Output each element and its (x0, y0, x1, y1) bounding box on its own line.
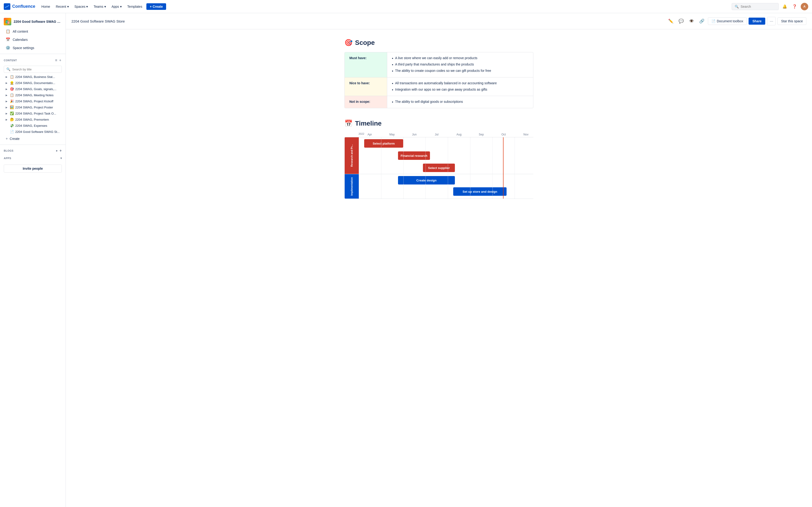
blogs-add-icon[interactable]: + (59, 149, 62, 153)
chevron-icon-4: ▶ (6, 100, 8, 103)
avatar[interactable]: A (801, 3, 808, 10)
apps-section-header[interactable]: APPS ▾ (0, 155, 65, 162)
month-oct: Oct (493, 133, 515, 136)
create-button[interactable]: + Create (146, 3, 166, 10)
blogs-section-header[interactable]: BLOGS ▸ + (0, 147, 65, 155)
item-icon-0: 📋 (10, 75, 14, 78)
tree-item-8[interactable]: ▶ 💸 2204 SWAG, Expenses (2, 122, 64, 129)
confluence-logo[interactable]: Confluence (4, 3, 35, 10)
item-label-8: 2204 SWAG, Expenses (15, 124, 47, 127)
search-by-title-box[interactable]: 🔍 (4, 66, 62, 73)
settings-label: Space settings (13, 46, 34, 50)
calendars-icon: 📅 (6, 37, 10, 42)
nav-templates[interactable]: Templates (125, 3, 145, 10)
tree-item-4[interactable]: ▶ 🎉 2204 SWAG, Project Kickoff (2, 98, 64, 104)
top-navigation: Confluence Home Recent Spaces Teams Apps… (0, 0, 812, 13)
page-header-actions: ✏️ 💬 👁️ 🔗 📄 Document toolbox Share ··· S… (667, 17, 806, 25)
must-have-content: A live store where we can easily add or … (387, 52, 533, 77)
scope-icon: 🎯 (345, 39, 353, 47)
month-may: May (381, 133, 403, 136)
search-by-title-icon: 🔍 (6, 67, 10, 71)
sidebar-space-header[interactable]: 🛍️ 2204 Good Software SWAG St... (0, 16, 65, 27)
chevron-icon-2: ▶ (6, 88, 8, 91)
tree-item-2[interactable]: ▶ 🎯 2204 SWAG, Goals, signals,... (2, 86, 64, 92)
document-toolbox-button[interactable]: 📄 Document toolbox (708, 17, 747, 25)
timeline-year: 2022 (359, 133, 364, 135)
item-label-7: 2204 SWAG, Premortem (15, 118, 49, 121)
search-box[interactable]: 🔍 (732, 3, 779, 10)
item-label-3: 2204 SWAG, Meeting Notes (15, 94, 54, 97)
main-content: 2204 Good Software SWAG Store ✏️ 💬 👁️ 🔗 … (66, 13, 812, 507)
tree-item-9[interactable]: ▶ 📄 2204 Good Software SWAG St... (2, 129, 64, 135)
nav-teams[interactable]: Teams (91, 3, 108, 10)
item-icon-2: 🎯 (10, 87, 14, 91)
notifications-button[interactable]: 🔔 (781, 3, 789, 10)
nav-recent[interactable]: Recent (53, 3, 71, 10)
bar-select-platform[interactable]: Select platform (364, 139, 403, 148)
tree-item-1[interactable]: ▶ 👷 2204 SWAG, Documentatio... (2, 80, 64, 86)
lane-label-text-research: Research and Pr... (349, 143, 354, 169)
timeline-container: 2022 Apr May Jun Jul Aug Sep Oct Nov (345, 133, 534, 199)
share-button[interactable]: Share (749, 17, 765, 25)
bar-create-design[interactable]: Create design (398, 176, 455, 184)
tree-item-3[interactable]: ▶ 📋 2204 SWAG, Meeting Notes (2, 92, 64, 98)
nice-to-have-content: All transactions are automatically balan… (387, 77, 533, 96)
tree-item-0[interactable]: ▶ 📋 2204 SWAG, Business Stat... (2, 74, 64, 80)
search-input[interactable] (741, 5, 776, 8)
bar-financial-research[interactable]: Financial research (398, 151, 430, 160)
tree-item-5[interactable]: ▶ 🖼️ 2204 SWAG, Project Poster (2, 104, 64, 110)
calendars-label: Calendars (13, 38, 28, 42)
lane-research: Research and Pr... Select platform (345, 137, 534, 174)
link-button[interactable]: 🔗 (698, 17, 706, 25)
sidebar-item-space-settings[interactable]: ⚙️ Space settings (2, 44, 64, 52)
search-by-title-input[interactable] (12, 68, 59, 71)
must-have-label: Must have: (345, 52, 387, 77)
toolbox-icon: 📄 (711, 19, 715, 23)
item-icon-8: 💸 (10, 124, 14, 127)
blogs-chevron-icon: ▸ (56, 149, 58, 152)
timeline-icon: 📅 (345, 119, 353, 127)
breadcrumb: 2204 Good Software SWAG Store (71, 19, 664, 23)
item-icon-7: 🤔 (10, 118, 14, 121)
scope-heading: 🎯 Scope (345, 39, 534, 47)
nav-apps[interactable]: Apps (109, 3, 124, 10)
chevron-icon-7: ▶ (6, 118, 8, 121)
sidebar-item-calendars[interactable]: 📅 Calendars (2, 36, 64, 44)
month-nov: Nov (515, 133, 534, 136)
scope-row-not-in-scope: Not in scope: The ability to sell digita… (345, 96, 533, 108)
month-jul: Jul (425, 133, 448, 136)
more-actions-button[interactable]: ··· (767, 17, 775, 25)
timeline-section: 📅 Timeline 2022 Apr May Jun Jul (345, 119, 534, 199)
tree-item-6[interactable]: ▶ ✅ 2204 SWAG, Project Task O... (2, 110, 64, 116)
content-section-header: CONTENT ≡ + (0, 56, 65, 65)
must-have-item-0: A live store where we can easily add or … (392, 55, 528, 61)
apps-label: APPS (4, 157, 11, 160)
month-aug: Aug (448, 133, 470, 136)
lane-implementation: Implimentation Create design Se (345, 174, 534, 199)
page-header-bar: 2204 Good Software SWAG Store ✏️ 💬 👁️ 🔗 … (66, 13, 812, 30)
invite-people-button[interactable]: Invite people (4, 165, 62, 172)
tree-item-7[interactable]: ▶ 🤔 2204 SWAG, Premortem (2, 116, 64, 122)
bar-select-supplier[interactable]: Select supplier (423, 164, 455, 172)
sidebar-item-all-content[interactable]: 📋 All content (2, 27, 64, 36)
filter-button[interactable]: ≡ (54, 58, 58, 63)
star-button[interactable]: Star this space (777, 17, 806, 25)
item-label-4: 2204 SWAG, Project Kickoff (15, 100, 53, 103)
content-section-label: CONTENT (4, 59, 17, 62)
item-label-5: 2204 SWAG, Project Poster (15, 106, 53, 109)
comment-button[interactable]: 💬 (677, 17, 686, 25)
all-content-icon: 📋 (6, 29, 10, 34)
nav-spaces[interactable]: Spaces (72, 3, 91, 10)
bar-setup-store[interactable]: Set up store and design (453, 187, 507, 196)
add-content-button[interactable]: + (59, 58, 62, 63)
create-content-button[interactable]: + Create (2, 135, 64, 143)
lane-label-implementation: Implimentation (345, 174, 359, 199)
sidebar-divider-1 (0, 54, 65, 54)
help-button[interactable]: ❓ (791, 3, 798, 10)
nav-home[interactable]: Home (39, 3, 52, 10)
watch-button[interactable]: 👁️ (687, 17, 696, 25)
item-icon-5: 🖼️ (10, 105, 14, 109)
item-label-2: 2204 SWAG, Goals, signals,... (15, 87, 56, 91)
logo-text: Confluence (12, 4, 35, 9)
edit-button[interactable]: ✏️ (667, 17, 675, 25)
